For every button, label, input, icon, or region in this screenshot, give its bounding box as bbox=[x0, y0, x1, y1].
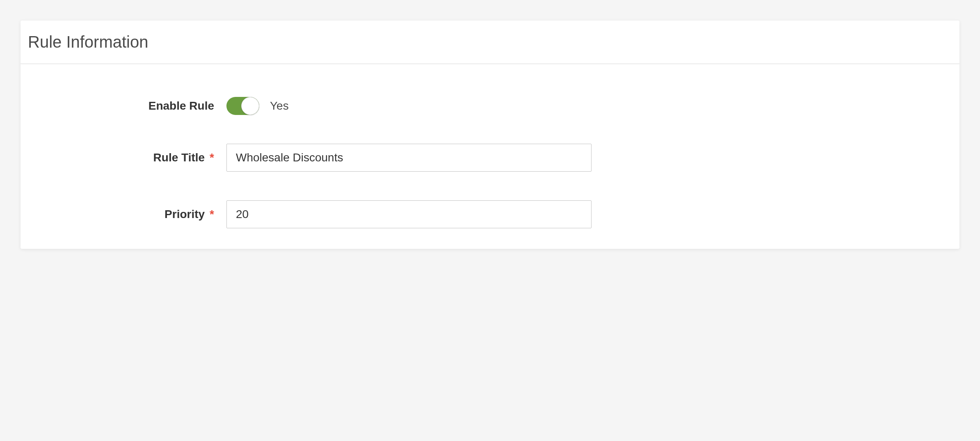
enable-rule-label: Enable Rule bbox=[41, 99, 222, 113]
priority-input[interactable] bbox=[226, 200, 592, 228]
panel-body: Enable Rule Yes Rule Title * Priority * bbox=[21, 64, 959, 249]
panel-header: Rule Information bbox=[21, 21, 959, 64]
rule-title-label: Rule Title * bbox=[41, 151, 222, 164]
rule-information-panel: Rule Information Enable Rule Yes Rule Ti… bbox=[21, 21, 959, 249]
toggle-knob bbox=[241, 97, 259, 115]
priority-label: Priority * bbox=[41, 208, 222, 221]
required-asterisk-icon: * bbox=[210, 208, 214, 221]
rule-title-label-text: Rule Title bbox=[153, 151, 205, 164]
required-asterisk-icon: * bbox=[210, 151, 214, 164]
rule-title-row: Rule Title * bbox=[41, 144, 939, 172]
priority-label-text: Priority bbox=[164, 208, 205, 221]
enable-rule-row: Enable Rule Yes bbox=[41, 97, 939, 115]
enable-rule-value-label: Yes bbox=[270, 99, 289, 113]
priority-control bbox=[222, 200, 939, 228]
enable-rule-control: Yes bbox=[222, 97, 939, 115]
rule-title-input[interactable] bbox=[226, 144, 592, 172]
enable-rule-label-text: Enable Rule bbox=[148, 99, 214, 113]
priority-row: Priority * bbox=[41, 200, 939, 228]
enable-rule-toggle[interactable] bbox=[226, 97, 259, 115]
rule-title-control bbox=[222, 144, 939, 172]
panel-title: Rule Information bbox=[28, 33, 947, 51]
